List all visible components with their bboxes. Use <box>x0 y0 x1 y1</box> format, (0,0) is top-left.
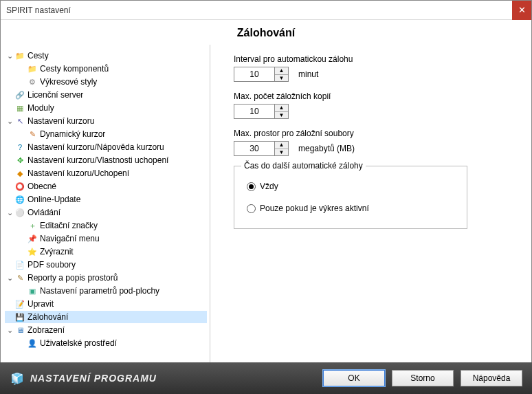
tree-general[interactable]: ⭕Obecné <box>5 180 207 193</box>
window-title: SPIRIT nastavení <box>6 6 512 15</box>
settings-tree[interactable]: ⌄📁Cesty📁Cesty komponentů⚙Výkresové styly… <box>1 45 210 368</box>
max-copies-label: Max. počet záložních kopií <box>234 91 516 101</box>
radio-active-row[interactable]: Pouze pokud je výkres aktivní <box>247 204 457 213</box>
close-icon: ✕ <box>518 5 526 15</box>
tree-snap-props[interactable]: ✥Nastavení kurzoru/Vlastnosti uchopení <box>5 154 207 166</box>
tree-item-icon: 📄 <box>14 259 25 270</box>
tree-item-label: Uživatelské prostředí <box>40 338 117 348</box>
max-copies-spinner[interactable]: ▲ ▼ <box>234 104 289 119</box>
tree-modules[interactable]: ▦Moduly <box>5 102 207 114</box>
tree-subarea-params[interactable]: ▣Nastavení parametrů pod-plochy <box>5 285 207 297</box>
footer-title: NASTAVENÍ PROGRAMU <box>30 373 157 384</box>
spinner-down-icon[interactable]: ▼ <box>275 149 288 156</box>
tree-pdf[interactable]: 📄PDF soubory <box>5 259 207 271</box>
tree-item-label: Reporty a popis prostorů <box>27 273 118 283</box>
tree-paths[interactable]: ⌄📁Cesty <box>5 50 207 62</box>
tree-item-label: Cesty <box>27 51 49 61</box>
interval-spinner[interactable]: ▲ ▼ <box>234 67 289 82</box>
tree-highlight[interactable]: ⭐Zvýraznit <box>5 245 207 258</box>
tree-display[interactable]: ⌄🖥Zobrazení <box>5 324 207 336</box>
tree-item-icon: 📁 <box>14 50 25 61</box>
radio-always-row[interactable]: Vždy <box>247 182 457 191</box>
tree-item-label: Ovládání <box>27 208 60 217</box>
tree-reports[interactable]: ⌄✎Reporty a popis prostorů <box>5 272 207 284</box>
max-space-label: Max. prostor pro záložní soubory <box>234 129 516 138</box>
tree-expander-icon[interactable]: ⌄ <box>5 326 14 335</box>
max-space-input[interactable] <box>234 142 274 155</box>
tree-nav-menu[interactable]: 📌Navigační menu <box>5 232 207 245</box>
tree-item-label: Výkresové styly <box>40 77 97 87</box>
tree-controls[interactable]: ⌄⚪Ovládání <box>5 206 207 219</box>
radio-active-label: Pouze pokud je výkres aktivní <box>260 204 369 213</box>
tree-user-env[interactable]: 👤Uživatelské prostředí <box>5 337 207 349</box>
tree-drawing-styles[interactable]: ⚙Výkresové styly <box>5 76 207 88</box>
tree-item-icon: 🌐 <box>14 194 25 205</box>
tree-item-label: Editační značky <box>40 221 98 230</box>
tree-component-paths[interactable]: 📁Cesty komponentů <box>5 63 207 75</box>
spinner-down-icon[interactable]: ▼ <box>275 75 288 82</box>
interval-input[interactable] <box>234 67 274 81</box>
max-copies-input[interactable] <box>234 105 274 118</box>
tree-item-icon: 💾 <box>14 311 25 322</box>
tree-item-icon: ⭐ <box>27 246 38 257</box>
radio-active[interactable] <box>247 204 256 213</box>
tree-item-label: Nastavení kurzoru/Nápověda kurzoru <box>27 142 164 152</box>
tree-cursor-help[interactable]: ?Nastavení kurzoru/Nápověda kurzoru <box>5 141 207 153</box>
spinner-up-icon[interactable]: ▲ <box>275 105 288 112</box>
tree-item-label: Nastavení kurzoru <box>27 116 94 126</box>
tree-item-icon: 🔗 <box>14 89 25 100</box>
spinner-up-icon[interactable]: ▲ <box>275 142 288 149</box>
tree-item-icon: ▦ <box>14 102 25 113</box>
spinner-up-icon[interactable]: ▲ <box>275 67 288 75</box>
tree-item-icon: 🖥 <box>14 325 25 336</box>
tree-item-icon: 📁 <box>27 63 38 74</box>
program-icon: 🧊 <box>10 371 25 386</box>
spinner-down-icon[interactable]: ▼ <box>275 112 288 119</box>
tree-item-label: Obecné <box>27 182 56 191</box>
tree-item-icon: ⭕ <box>14 181 25 192</box>
tree-item-label: Online-Update <box>27 195 80 204</box>
ok-button[interactable]: OK <box>323 370 385 386</box>
max-space-spinner[interactable]: ▲ ▼ <box>234 141 289 156</box>
tree-item-icon: ? <box>14 142 25 153</box>
tree-expander-icon[interactable]: ⌄ <box>5 274 14 283</box>
cancel-button[interactable]: Storno <box>392 370 454 386</box>
time-groupbox: Čas do další automatické zálohy Vždy Pou… <box>234 166 467 229</box>
tree-item-label: Nastavení parametrů pod-plochy <box>40 286 159 296</box>
tree-dynamic-cursor[interactable]: ✎Dynamický kurzor <box>5 128 207 140</box>
tree-online-update[interactable]: 🌐Online-Update <box>5 193 207 206</box>
tree-snap[interactable]: ◆Nastavení kuzoru/Uchopení <box>5 167 207 179</box>
tree-item-icon: ✥ <box>14 155 25 166</box>
tree-item-icon: ⚙ <box>27 76 38 87</box>
tree-item-icon: ↖ <box>14 116 25 127</box>
tree-expander-icon[interactable]: ⌄ <box>5 52 14 61</box>
tree-item-label: Cesty komponentů <box>40 64 109 74</box>
tree-item-icon: ▣ <box>27 285 38 296</box>
titlebar: SPIRIT nastavení ✕ <box>1 1 531 20</box>
tree-item-icon: ◆ <box>14 168 25 179</box>
help-button[interactable]: Nápověda <box>461 370 522 386</box>
tree-item-icon: ✎ <box>27 129 38 140</box>
tree-item-label: Nastavení kuzoru/Uchopení <box>27 168 129 178</box>
footer-bar: 🧊 NASTAVENÍ PROGRAMU OK Storno Nápověda <box>0 362 532 394</box>
tree-cursor-settings[interactable]: ⌄↖Nastavení kurzoru <box>5 115 207 127</box>
tree-item-label: Zobrazení <box>27 325 65 335</box>
close-button[interactable]: ✕ <box>512 1 531 20</box>
tree-item-icon: 📌 <box>27 233 38 244</box>
tree-backup[interactable]: 💾Zálohování <box>5 311 207 323</box>
tree-edit-marks[interactable]: ＋Editační značky <box>5 219 207 232</box>
tree-license-server[interactable]: 🔗Licenční server <box>5 89 207 101</box>
tree-expander-icon[interactable]: ⌄ <box>5 208 14 217</box>
tree-item-label: Navigační menu <box>40 234 100 243</box>
tree-item-icon: 📝 <box>14 298 25 309</box>
page-title: Zálohování <box>1 20 531 45</box>
tree-item-icon: ⚪ <box>14 207 25 218</box>
tree-expander-icon[interactable]: ⌄ <box>5 117 14 126</box>
radio-always[interactable] <box>247 182 256 191</box>
tree-edit[interactable]: 📝Upravit <box>5 298 207 310</box>
radio-always-label: Vždy <box>260 182 278 191</box>
groupbox-legend: Čas do další automatické zálohy <box>241 161 366 171</box>
settings-panel: Interval pro automatickou zálohu ▲ ▼ min… <box>210 45 531 368</box>
tree-item-icon: ✎ <box>14 272 25 283</box>
tree-item-label: Zálohování <box>27 312 68 322</box>
